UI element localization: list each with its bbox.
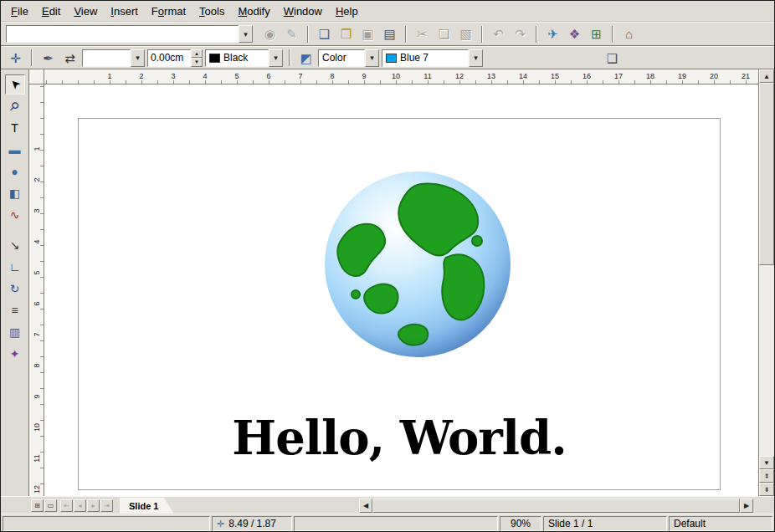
line-color-dropdown-button[interactable]: ▾	[269, 49, 283, 67]
last-slide-button: ⇥	[100, 499, 113, 512]
arrange-tool-icon: ▥	[9, 326, 20, 338]
spin-up-button[interactable]: ▲	[191, 49, 203, 59]
spin-down-button[interactable]: ▼	[191, 58, 203, 67]
arrow-left-icon: ◀	[363, 502, 368, 509]
previous-page-button[interactable]: ⇞	[759, 469, 774, 483]
zoom-tool[interactable]: ⚲	[5, 96, 25, 116]
url-combo[interactable]: ▾	[6, 25, 253, 43]
tab-mode-button-1[interactable]: ⊞	[31, 499, 44, 512]
line-dialog-button[interactable]: ✒	[38, 49, 58, 68]
slide-page[interactable]: Hello, World.	[78, 118, 721, 490]
chevron-down-icon: ▾	[274, 54, 278, 62]
vertical-scroll-thumb[interactable]	[759, 83, 774, 265]
scroll-left-button[interactable]: ◀	[359, 499, 372, 513]
new-document-icon: ❑	[319, 28, 330, 40]
vertical-ruler[interactable]: 123456789101112	[29, 84, 44, 496]
lines-arrows-tool[interactable]: ↘	[5, 235, 25, 255]
scroll-right-button[interactable]: ▶	[740, 499, 753, 513]
print-button[interactable]: ▤	[380, 24, 399, 43]
text-tool[interactable]: T	[5, 118, 25, 138]
menu-help[interactable]: Help	[329, 3, 365, 20]
tab-slide-1[interactable]: Slide 1	[120, 498, 173, 514]
connector-tool[interactable]: ∟	[5, 257, 25, 277]
horizontal-scrollbar[interactable]: ◀ ▶	[359, 499, 753, 513]
line-dialog-icon: ✒	[43, 52, 54, 64]
line-style-dropdown-button[interactable]: ▾	[131, 49, 145, 67]
scroll-up-button[interactable]: ▲	[759, 69, 774, 83]
next-slide-button: ▸	[87, 499, 100, 512]
ruler-number: 8	[330, 72, 334, 80]
fill-style-dropdown-button[interactable]: ▾	[365, 49, 379, 67]
status-zoom-segment[interactable]: 90%	[500, 516, 541, 531]
vertical-scrollbar[interactable]: ▲ ▼ ⇞ ⇟	[758, 69, 774, 496]
menu-window[interactable]: Window	[277, 3, 329, 20]
url-combo-input[interactable]	[6, 25, 239, 43]
insert-object-button[interactable]: ⊞	[587, 24, 606, 43]
gallery-button[interactable]: ❖	[565, 24, 584, 43]
menu-edit[interactable]: Edit	[35, 3, 67, 20]
url-combo-dropdown-button[interactable]: ▾	[239, 25, 253, 43]
ruler-number: 15	[551, 72, 559, 80]
arrow-style-button[interactable]: ⇄	[60, 49, 80, 68]
select-tool[interactable]: ➤	[5, 74, 25, 95]
horizontal-scroll-thumb[interactable]	[372, 499, 740, 513]
menu-format[interactable]: Format	[145, 3, 192, 20]
drawing-canvas[interactable]: Hello, World.	[44, 84, 758, 496]
separator	[612, 26, 613, 43]
shadow-button[interactable]: ❑	[603, 49, 622, 68]
objects-3d-tool[interactable]: ◧	[5, 183, 25, 203]
menu-tools[interactable]: Tools	[192, 3, 231, 20]
edit-points-button[interactable]: ✛	[6, 49, 25, 68]
connector-tool-icon: ∟	[9, 261, 21, 273]
next-page-button[interactable]: ⇟	[759, 483, 774, 496]
line-width-stepper[interactable]: ▲ ▼	[147, 49, 203, 67]
ruler-number: 4	[33, 239, 41, 243]
tab-mode-buttons: ⊞▭	[31, 499, 57, 512]
new-document-button[interactable]: ❑	[315, 24, 334, 43]
rotate-tool[interactable]: ↻	[5, 279, 25, 299]
ruler-number: 2	[33, 177, 41, 182]
slide-title-text[interactable]: Hello, World.	[79, 410, 720, 465]
line-color-select[interactable]: Black ▾	[205, 49, 283, 67]
alignment-tool[interactable]: ≡	[5, 300, 25, 320]
previous-slide-button-icon: ◂	[78, 502, 81, 509]
effects-tool[interactable]: ✦	[5, 344, 25, 364]
menu-file[interactable]: File	[4, 3, 35, 20]
ellipse-tool[interactable]: ●	[5, 161, 25, 182]
double-arrow-up-icon: ⇞	[764, 473, 770, 480]
open-button[interactable]: ❐	[336, 24, 356, 43]
vertical-scroll-track[interactable]	[759, 265, 774, 456]
fill-style-select[interactable]: Color ▾	[318, 49, 379, 67]
home-button[interactable]: ⌂	[619, 24, 639, 43]
line-width-input[interactable]	[147, 49, 191, 67]
separator	[31, 49, 33, 66]
curve-tool[interactable]: ∿	[5, 205, 25, 225]
chevron-down-icon: ▾	[370, 54, 374, 62]
rectangle-tool[interactable]: ▬	[5, 140, 25, 160]
menu-view[interactable]: View	[67, 3, 104, 20]
ruler-number: 14	[519, 72, 527, 80]
menu-modify[interactable]: Modify	[231, 3, 276, 20]
fill-color-dropdown-button[interactable]: ▾	[469, 49, 483, 67]
zoom-value: 90%	[511, 518, 531, 529]
shadow-icon: ❑	[607, 52, 618, 64]
page-style-value: Default	[674, 518, 706, 529]
area-fill-button[interactable]: ◩	[296, 49, 316, 68]
arrange-tool[interactable]: ▥	[5, 322, 25, 342]
horizontal-ruler[interactable]: 123456789101112131415161718192021	[44, 69, 758, 84]
menu-insert[interactable]: Insert	[104, 3, 145, 20]
status-style-segment[interactable]: Default	[669, 516, 772, 531]
chevron-down-icon: ▾	[244, 30, 248, 38]
ruler-number: 17	[614, 72, 623, 80]
fill-color-select[interactable]: Blue 7 ▾	[382, 49, 483, 67]
ruler-number: 7	[298, 72, 302, 80]
ruler-number: 21	[742, 72, 750, 80]
line-style-select[interactable]: ▾	[82, 49, 145, 67]
double-arrow-down-icon: ⇟	[764, 486, 770, 494]
navigator-button[interactable]: ✈	[543, 24, 562, 43]
chevron-down-icon: ▾	[136, 54, 140, 62]
tab-mode-button-2[interactable]: ▭	[44, 499, 57, 512]
globe-image[interactable]	[322, 169, 513, 360]
curve-tool-icon: ∿	[10, 209, 20, 221]
scroll-down-button[interactable]: ▼	[759, 456, 774, 469]
